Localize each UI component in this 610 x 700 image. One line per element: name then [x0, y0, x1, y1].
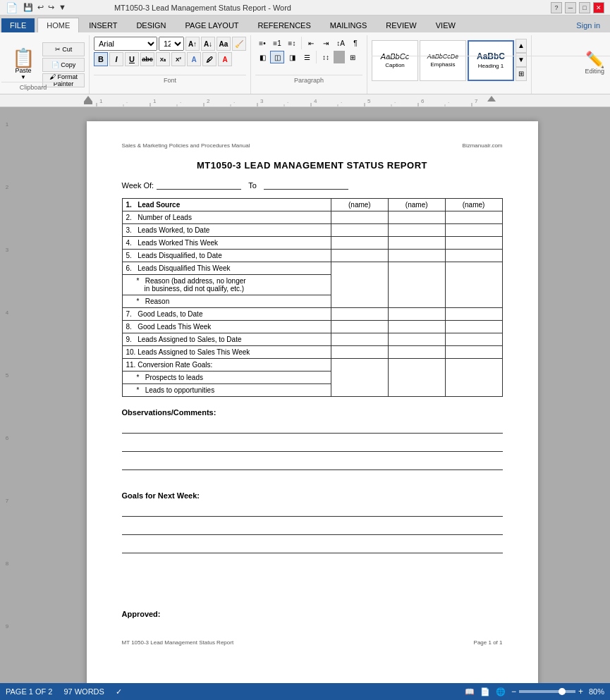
table-row: 10. Leads Assigned to Sales This Week [122, 346, 502, 359]
numbering-button[interactable]: ≡1 [270, 37, 284, 49]
margin-num-1: 1 [0, 121, 14, 128]
tab-page-layout[interactable]: PAGE LAYOUT [176, 18, 248, 32]
close-button[interactable]: ✕ [593, 2, 604, 13]
observations-area-2[interactable] [122, 438, 503, 452]
row-2-data-1[interactable] [331, 211, 388, 224]
goals-area-3[interactable] [122, 539, 503, 553]
row-10-data-1[interactable] [331, 346, 388, 359]
row-9-data-1[interactable] [331, 333, 388, 346]
shrink-font-button[interactable]: A↓ [201, 37, 215, 51]
increase-indent-button[interactable]: ⇥ [319, 37, 333, 49]
bold-button[interactable]: B [94, 52, 108, 66]
copy-button[interactable]: 📄 Copy [42, 58, 85, 72]
row-3-data-1[interactable] [331, 224, 388, 237]
subscript-button[interactable]: X₂ [156, 52, 170, 66]
row-8-data-1[interactable] [331, 321, 388, 333]
strikethrough-button[interactable]: abc [140, 52, 154, 66]
row-11-data-2[interactable] [388, 359, 445, 397]
row-3-data-3[interactable] [445, 224, 502, 237]
bullets-button[interactable]: ≡• [255, 37, 269, 49]
undo-icon[interactable]: ↩ [37, 3, 44, 12]
row-6-data-2[interactable] [388, 262, 445, 308]
underline-button[interactable]: U [125, 52, 139, 66]
text-effect-button[interactable]: A [187, 52, 201, 66]
row-7-data-3[interactable] [445, 308, 502, 321]
maximize-button[interactable]: □ [579, 2, 590, 13]
tab-file[interactable]: FILE [1, 18, 35, 32]
svg-text:4: 4 [314, 98, 317, 104]
sort-button[interactable]: ↕A [334, 37, 348, 49]
row-8-data-3[interactable] [445, 321, 502, 333]
styles-expand[interactable]: ⊞ [516, 67, 527, 81]
observations-label: Observations/Comments: [122, 408, 503, 417]
show-marks-button[interactable]: ¶ [348, 37, 362, 49]
row-4-data-1[interactable] [331, 237, 388, 250]
cut-button[interactable]: ✂ Cut [42, 42, 85, 56]
doc-page[interactable]: Sales & Marketing Policies and Procedure… [87, 121, 538, 684]
row-6-data-3[interactable] [445, 262, 502, 308]
align-center-button[interactable]: ◫ [270, 51, 284, 63]
row-5-data-2[interactable] [388, 250, 445, 262]
row-11-data-3[interactable] [445, 359, 502, 397]
align-right-button[interactable]: ◨ [285, 51, 299, 63]
customize-icon[interactable]: ▼ [59, 3, 66, 12]
svg-text:.: . [180, 98, 181, 104]
font-size-select[interactable]: 12 [159, 37, 184, 51]
grow-font-button[interactable]: A↑ [185, 37, 200, 51]
borders-button[interactable]: ⊞ [346, 51, 360, 63]
row-3-label: 3. Leads Worked, to Date [122, 224, 331, 237]
row-4-data-2[interactable] [388, 237, 445, 250]
font-group: Arial 12 A↑ A↓ Aa 🧹 B I U abc X₂ X² A 🖊 … [90, 35, 251, 94]
row-10-data-2[interactable] [388, 346, 445, 359]
line-spacing-button[interactable]: ↕↕ [319, 51, 333, 63]
row-10-data-3[interactable] [445, 346, 502, 359]
row-9-data-3[interactable] [445, 333, 502, 346]
row-11-data-1[interactable] [331, 359, 388, 397]
margin-num-7: 7 [0, 498, 14, 504]
goals-area-2[interactable] [122, 521, 503, 535]
highlight-button[interactable]: 🖊 [202, 52, 216, 66]
multilevel-button[interactable]: ≡↕ [285, 37, 299, 49]
clear-formatting-button[interactable]: 🧹 [232, 37, 246, 51]
tab-home[interactable]: HOME [37, 18, 79, 33]
observations-area-3[interactable] [122, 456, 503, 470]
row-5-data-1[interactable] [331, 250, 388, 262]
row-6-data-1[interactable] [331, 262, 388, 308]
decrease-indent-button[interactable]: ⇤ [304, 37, 318, 49]
sign-in-link[interactable]: Sign in [567, 18, 609, 32]
row-7-data-2[interactable] [388, 308, 445, 321]
week-of-blank[interactable] [157, 180, 241, 190]
shading-button[interactable] [334, 51, 345, 63]
row-4-data-3[interactable] [445, 237, 502, 250]
minimize-button[interactable]: ─ [565, 2, 576, 13]
tab-mailings[interactable]: MAILINGS [321, 18, 377, 32]
to-blank[interactable] [264, 180, 348, 190]
tab-review[interactable]: REVIEW [377, 18, 425, 32]
row-2-data-3[interactable] [445, 211, 502, 224]
italic-button[interactable]: I [109, 52, 123, 66]
row-9-data-2[interactable] [388, 333, 445, 346]
font-name-select[interactable]: Arial [94, 37, 157, 51]
row-3-data-2[interactable] [388, 224, 445, 237]
row-5-data-3[interactable] [445, 250, 502, 262]
save-icon[interactable]: 💾 [23, 3, 33, 12]
goals-area-1[interactable] [122, 503, 503, 517]
row-8-data-2[interactable] [388, 321, 445, 333]
font-color-button[interactable]: A [218, 52, 232, 66]
tab-references[interactable]: REFERENCES [249, 18, 320, 32]
tab-view[interactable]: VIEW [427, 18, 465, 32]
row-2-data-2[interactable] [388, 211, 445, 224]
styles-scroll-up[interactable]: ▲ [516, 39, 527, 53]
row-7-data-1[interactable] [331, 308, 388, 321]
superscript-button[interactable]: X² [171, 52, 185, 66]
redo-icon[interactable]: ↪ [48, 3, 54, 12]
tab-insert[interactable]: INSERT [80, 18, 126, 32]
tab-design[interactable]: DESIGN [127, 18, 175, 32]
ribbon-tabs: FILE HOME INSERT DESIGN PAGE LAYOUT REFE… [0, 16, 610, 32]
observations-area-1[interactable] [122, 419, 503, 434]
change-case-button[interactable]: Aa [216, 37, 231, 51]
justify-button[interactable]: ☰ [300, 51, 314, 63]
doc-title[interactable]: MT1050-3 LEAD MANAGEMENT STATUS REPORT [122, 160, 503, 171]
help-button[interactable]: ? [551, 2, 562, 13]
align-left-button[interactable]: ◧ [255, 51, 269, 63]
